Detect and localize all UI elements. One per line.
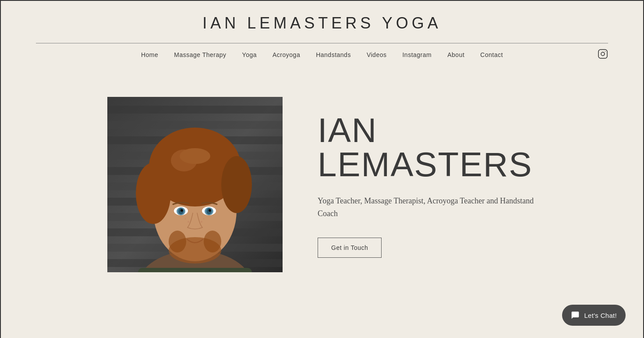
hero-text-content: IAN LEMASTERS Yoga Teacher, Massage Ther…: [318, 113, 537, 258]
main-content: IAN LEMASTERS Yoga Teacher, Massage Ther…: [1, 79, 643, 292]
nav-wrapper: Home Massage Therapy Yoga Acroyoga Hands…: [1, 43, 643, 66]
instagram-icon: [598, 49, 608, 59]
nav-item-acroyoga[interactable]: Acroyoga: [265, 51, 308, 58]
svg-rect-0: [598, 50, 607, 58]
svg-point-38: [203, 218, 205, 220]
profile-image-container: [107, 97, 283, 274]
svg-point-30: [209, 209, 211, 212]
svg-point-35: [188, 221, 189, 223]
svg-point-33: [204, 231, 221, 253]
nav-item-yoga[interactable]: Yoga: [234, 51, 265, 58]
hero-name-line1: IAN: [318, 111, 377, 149]
svg-point-37: [185, 218, 186, 220]
hero-subtitle: Yoga Teacher, Massage Therapist, Acroyog…: [318, 195, 537, 220]
nav-item-instagram[interactable]: Instagram: [394, 51, 439, 58]
hero-name-line2: LEMASTERS: [318, 145, 532, 184]
svg-rect-4: [107, 106, 283, 114]
chat-widget[interactable]: Let's Chat!: [562, 305, 626, 326]
svg-point-19: [221, 156, 252, 213]
svg-point-29: [180, 209, 183, 212]
nav-item-videos[interactable]: Videos: [359, 51, 395, 58]
nav-item-home[interactable]: Home: [133, 51, 166, 58]
chat-bubble-icon: [571, 311, 580, 320]
svg-point-22: [180, 148, 210, 164]
cta-get-in-touch-button[interactable]: Get in Touch: [318, 238, 382, 258]
nav-item-handstands[interactable]: Handstands: [308, 51, 359, 58]
svg-point-18: [136, 163, 171, 224]
nav-item-massage-therapy[interactable]: Massage Therapy: [166, 51, 234, 58]
nav-item-about[interactable]: About: [439, 51, 472, 58]
profile-image: [107, 97, 283, 272]
instagram-social-link[interactable]: [598, 49, 608, 61]
site-header: IAN LEMASTERS YOGA: [1, 1, 643, 43]
site-title: IAN LEMASTERS YOGA: [18, 14, 626, 32]
svg-rect-34: [138, 268, 252, 272]
chat-widget-label: Let's Chat!: [584, 312, 617, 319]
svg-point-32: [169, 231, 186, 253]
svg-point-2: [605, 51, 606, 52]
page-wrapper: IAN LEMASTERS YOGA Home Massage Therapy …: [1, 1, 643, 338]
nav-item-contact[interactable]: Contact: [472, 51, 511, 58]
svg-point-36: [201, 221, 202, 223]
hero-name: IAN LEMASTERS: [318, 113, 537, 181]
main-nav: Home Massage Therapy Yoga Acroyoga Hands…: [1, 43, 643, 66]
svg-point-1: [601, 52, 605, 56]
